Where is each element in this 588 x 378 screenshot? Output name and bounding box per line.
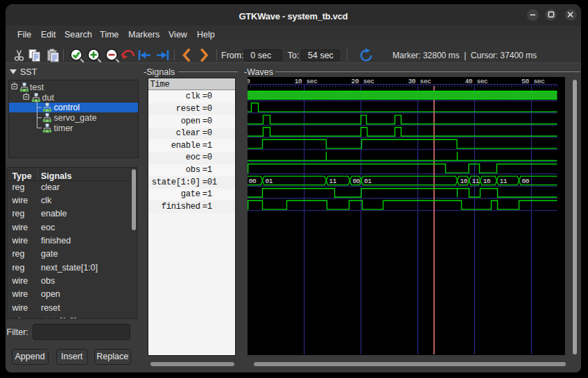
svg-text:30: 30 xyxy=(408,78,415,85)
svg-text:11: 11 xyxy=(329,178,336,185)
svg-text:11: 11 xyxy=(499,178,507,185)
svg-text:00: 00 xyxy=(521,178,529,185)
svg-text:sec: sec xyxy=(476,78,488,85)
svg-text:01: 01 xyxy=(364,178,372,185)
svg-text:sec: sec xyxy=(306,78,318,85)
svg-text:01: 01 xyxy=(265,178,273,185)
svg-text:sec: sec xyxy=(420,78,431,85)
svg-text:11: 11 xyxy=(472,178,479,185)
svg-text:00: 00 xyxy=(248,178,256,185)
svg-text:20: 20 xyxy=(351,78,358,85)
svg-text:10: 10 xyxy=(483,178,490,185)
svg-text:10: 10 xyxy=(294,78,302,85)
svg-text:40: 40 xyxy=(465,78,472,85)
svg-text:10: 10 xyxy=(460,178,467,185)
svg-text:sec: sec xyxy=(363,78,374,85)
svg-text:50: 50 xyxy=(521,78,529,85)
svg-text:00: 00 xyxy=(352,178,360,185)
svg-text:sec: sec xyxy=(533,78,545,85)
